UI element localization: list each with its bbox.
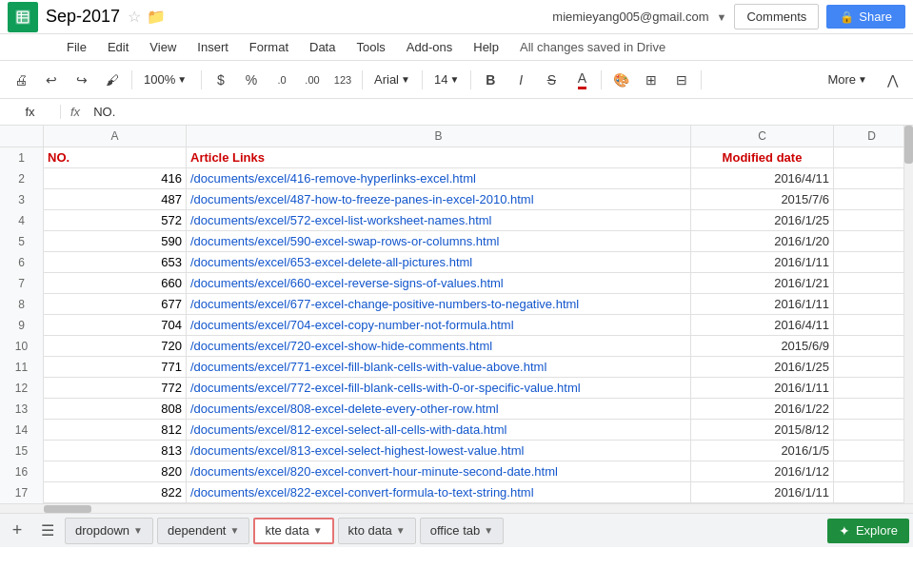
header-no[interactable]: NO. xyxy=(44,147,187,168)
menu-view[interactable]: View xyxy=(140,38,186,56)
currency-button[interactable]: $ xyxy=(208,67,234,93)
cell-link[interactable]: /documents/excel/808-excel-delete-every-… xyxy=(187,399,691,420)
cell-date[interactable]: 2016/1/11 xyxy=(691,294,834,315)
cell-date[interactable]: 2016/1/11 xyxy=(691,252,834,273)
cell-date[interactable]: 2016/1/25 xyxy=(691,357,834,378)
undo-button[interactable]: ↩ xyxy=(38,67,65,93)
cell-date[interactable]: 2016/1/21 xyxy=(691,273,834,294)
cell-no[interactable]: 487 xyxy=(44,189,187,210)
sheet-tab-kte-data[interactable]: kte data ▼ xyxy=(253,518,333,544)
header-article-links[interactable]: Article Links xyxy=(187,147,691,168)
cell-date[interactable]: 2016/1/5 xyxy=(691,441,834,461)
cell-no[interactable]: 771 xyxy=(44,357,187,378)
formula-input[interactable] xyxy=(89,105,909,119)
paint-format-button[interactable]: 🖌 xyxy=(99,67,126,93)
bold-button[interactable]: B xyxy=(477,67,504,93)
header-modified-date[interactable]: Modified date xyxy=(691,147,834,168)
cell-date[interactable]: 2016/1/12 xyxy=(691,461,834,482)
cell-date[interactable]: 2016/1/11 xyxy=(691,378,834,399)
share-button[interactable]: 🔒 Share xyxy=(826,5,905,29)
folder-icon[interactable]: 📁 xyxy=(147,8,166,26)
explore-button[interactable]: ✦ Explore xyxy=(827,519,909,543)
num-format-button[interactable]: 123 xyxy=(329,67,356,93)
menu-help[interactable]: Help xyxy=(464,38,508,56)
cell-link[interactable]: /documents/excel/771-excel-fill-blank-ce… xyxy=(187,357,691,378)
cell-no[interactable]: 808 xyxy=(44,399,187,420)
horizontal-scrollbar[interactable] xyxy=(0,503,913,513)
cell-date[interactable]: 2015/7/6 xyxy=(691,189,834,210)
sheet-tab-office-tab[interactable]: office tab ▼ xyxy=(420,518,504,544)
cell-link[interactable]: /documents/excel/820-excel-convert-hour-… xyxy=(187,461,691,482)
cell-date[interactable]: 2016/1/20 xyxy=(691,231,834,252)
add-sheet-button[interactable]: + xyxy=(4,518,30,544)
dropdown-arrow-icon[interactable]: ▼ xyxy=(717,11,727,23)
menu-file[interactable]: File xyxy=(57,38,96,56)
cell-link[interactable]: /documents/excel/772-excel-fill-blank-ce… xyxy=(187,378,691,399)
merge-button[interactable]: ⊟ xyxy=(668,67,695,93)
cell-date[interactable]: 2016/1/11 xyxy=(691,482,834,503)
sheet-tab-kto-data[interactable]: kto data ▼ xyxy=(338,518,416,544)
cell-no[interactable]: 660 xyxy=(44,273,187,294)
sheet-tab-dependent[interactable]: dependent ▼ xyxy=(157,518,249,544)
cell-date[interactable]: 2016/4/11 xyxy=(691,168,834,189)
cell-no[interactable]: 572 xyxy=(44,210,187,231)
menu-format[interactable]: Format xyxy=(240,38,298,56)
comments-button[interactable]: Comments xyxy=(734,4,819,29)
cell-no[interactable]: 720 xyxy=(44,336,187,357)
zoom-dropdown[interactable]: 100% ▼ xyxy=(138,69,195,89)
menu-insert[interactable]: Insert xyxy=(188,38,238,56)
cell-no[interactable]: 812 xyxy=(44,420,187,441)
cell-link[interactable]: /documents/excel/813-excel-select-highes… xyxy=(187,441,691,461)
text-color-button[interactable]: A xyxy=(568,67,595,93)
cell-no[interactable]: 813 xyxy=(44,441,187,461)
cell-link[interactable]: /documents/excel/572-excel-list-workshee… xyxy=(187,210,691,231)
more-button[interactable]: More ▼ xyxy=(820,69,875,89)
cell-date[interactable]: 2016/1/25 xyxy=(691,210,834,231)
cell-link[interactable]: /documents/excel/822-excel-convert-formu… xyxy=(187,482,691,503)
sheet-list-button[interactable]: ☰ xyxy=(34,518,61,544)
cell-date[interactable]: 2015/8/12 xyxy=(691,420,834,441)
dec0-button[interactable]: .0 xyxy=(268,67,295,93)
cell-link[interactable]: /documents/excel/677-excel-change-positi… xyxy=(187,294,691,315)
collapse-button[interactable]: ⋀ xyxy=(879,67,905,93)
cell-date[interactable]: 2016/1/22 xyxy=(691,399,834,420)
print-button[interactable]: 🖨 xyxy=(8,67,34,93)
cell-link[interactable]: /documents/excel/416-remove-hyperlinks-e… xyxy=(187,168,691,189)
italic-button[interactable]: I xyxy=(507,67,534,93)
cell-no[interactable]: 820 xyxy=(44,461,187,482)
font-dropdown[interactable]: Arial ▼ xyxy=(368,69,416,89)
cell-link[interactable]: /documents/excel/720-excel-show-hide-com… xyxy=(187,336,691,357)
cell-no[interactable]: 677 xyxy=(44,294,187,315)
col-header-c[interactable]: C xyxy=(691,126,834,147)
cell-link[interactable]: /documents/excel/704-excel-copy-number-n… xyxy=(187,315,691,336)
col-header-d[interactable]: D xyxy=(834,126,903,147)
cell-no[interactable]: 653 xyxy=(44,252,187,273)
menu-addons[interactable]: Add-ons xyxy=(397,38,462,56)
cell-link[interactable]: /documents/excel/590-excel-swap-rows-or-… xyxy=(187,231,691,252)
vertical-scrollbar[interactable] xyxy=(903,126,913,503)
cell-no[interactable]: 822 xyxy=(44,482,187,503)
menu-tools[interactable]: Tools xyxy=(347,38,394,56)
cell-no[interactable]: 416 xyxy=(44,168,187,189)
star-icon[interactable]: ☆ xyxy=(128,8,141,26)
strikethrough-button[interactable]: S xyxy=(538,67,565,93)
menu-data[interactable]: Data xyxy=(300,38,345,56)
dec2-button[interactable]: .00 xyxy=(299,67,326,93)
borders-button[interactable]: ⊞ xyxy=(638,67,665,93)
cell-no[interactable]: 704 xyxy=(44,315,187,336)
cell-no[interactable]: 590 xyxy=(44,231,187,252)
sheet-tab-dropdown[interactable]: dropdown ▼ xyxy=(65,518,153,544)
cell-date[interactable]: 2016/4/11 xyxy=(691,315,834,336)
col-header-b[interactable]: B xyxy=(187,126,691,147)
cell-date[interactable]: 2015/6/9 xyxy=(691,336,834,357)
col-header-a[interactable]: A xyxy=(44,126,187,147)
cell-link[interactable]: /documents/excel/660-excel-reverse-signs… xyxy=(187,273,691,294)
highlight-button[interactable]: 🎨 xyxy=(607,67,634,93)
redo-button[interactable]: ↪ xyxy=(69,67,95,93)
font-size-dropdown[interactable]: 14 ▼ xyxy=(428,69,465,89)
cell-link[interactable]: /documents/excel/487-how-to-freeze-panes… xyxy=(187,189,691,210)
percent-button[interactable]: % xyxy=(238,67,265,93)
cell-link[interactable]: /documents/excel/812-excel-select-all-ce… xyxy=(187,420,691,441)
cell-no[interactable]: 772 xyxy=(44,378,187,399)
menu-edit[interactable]: Edit xyxy=(98,38,138,56)
